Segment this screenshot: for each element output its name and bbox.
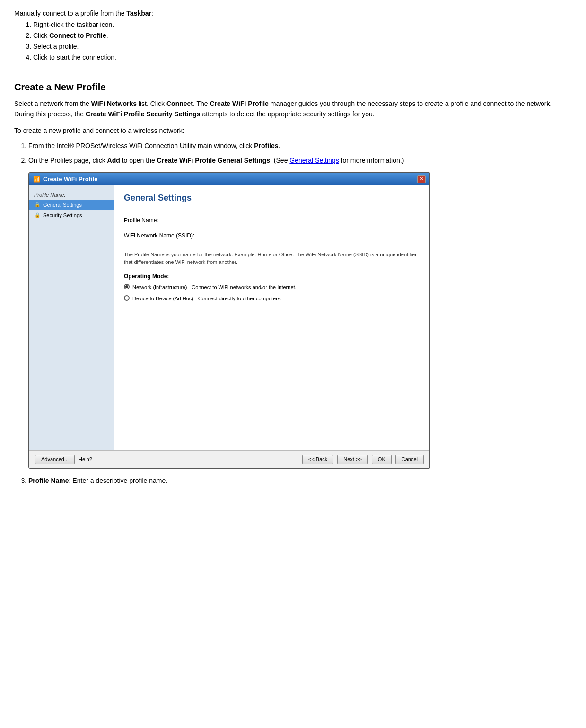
radio-adhoc-label: Device to Device (Ad Hoc) - Connect dire…: [132, 295, 281, 303]
sidebar-security-settings-label: Security Settings: [43, 212, 82, 218]
dialog-screenshot: 📶 Create WiFi Profile ✕ Profile Name: 🔒 …: [28, 172, 430, 469]
lock-icon-2: 🔒: [34, 212, 41, 219]
taskbar-step-1: Right-click the taskbar icon.: [33, 20, 572, 30]
dialog-main-title: General Settings: [124, 193, 420, 206]
to-create-text: To create a new profile and connect to a…: [14, 125, 572, 136]
taskbar-steps-list: Right-click the taskbar icon. Click Conn…: [33, 20, 572, 62]
dialog-main-content: General Settings Profile Name: WiFi Netw…: [114, 185, 429, 450]
radio-adhoc[interactable]: Device to Device (Ad Hoc) - Connect dire…: [124, 295, 420, 303]
intro-bold: Taskbar: [126, 9, 151, 17]
dialog-close-button[interactable]: ✕: [417, 175, 426, 183]
dialog-titlebar-left: 📶 Create WiFi Profile: [33, 175, 97, 183]
radio-infrastructure-circle[interactable]: [124, 284, 130, 289]
profile-name-input[interactable]: [219, 216, 294, 225]
cancel-button[interactable]: Cancel: [395, 455, 424, 464]
taskbar-step-3: Select a profile.: [33, 42, 572, 52]
sidebar-profile-name-label: Profile Name:: [29, 190, 114, 200]
intro-text: Manually connect to a profile from the: [14, 9, 126, 17]
sidebar-security-settings[interactable]: 🔒 Security Settings: [29, 210, 114, 220]
general-settings-link[interactable]: General Settings: [289, 157, 339, 164]
section-divider: [14, 71, 572, 71]
create-profile-steps: From the Intel® PROSet/Wireless WiFi Con…: [28, 140, 572, 166]
profile-name-label: Profile Name:: [124, 217, 219, 224]
wifi-icon: 📶: [33, 176, 40, 183]
create-step-1: From the Intel® PROSet/Wireless WiFi Con…: [28, 140, 572, 151]
taskbar-step-4: Click to start the connection.: [33, 53, 572, 62]
intro-colon: :: [151, 9, 153, 17]
dialog-footer: Advanced... Help? << Back Next >> OK Can…: [29, 450, 429, 468]
profile-name-row: Profile Name:: [124, 216, 420, 225]
sidebar-general-settings[interactable]: 🔒 General Settings: [29, 200, 114, 210]
sidebar-general-settings-label: General Settings: [43, 202, 82, 208]
section-description: Select a network from the WiFi Networks …: [14, 98, 572, 120]
help-text: Help?: [79, 456, 92, 462]
radio-infrastructure-label: Network (Infrastructure) - Connect to Wi…: [132, 283, 297, 291]
radio-adhoc-circle[interactable]: [124, 295, 130, 301]
advanced-button[interactable]: Advanced...: [35, 455, 75, 464]
section-title: Create a New Profile: [14, 82, 572, 93]
step3-list: Profile Name: Enter a descriptive profil…: [28, 475, 572, 486]
ok-button[interactable]: OK: [372, 455, 392, 464]
dialog-title: Create WiFi Profile: [43, 175, 97, 183]
create-step-2: On the Profiles page, click Add to open …: [28, 155, 572, 166]
step3-bold: Profile Name: [28, 477, 69, 484]
form-description: The Profile Name is your name for the ne…: [124, 251, 420, 266]
dialog-body: Profile Name: 🔒 General Settings 🔒 Secur…: [29, 185, 429, 450]
ssid-row: WiFi Network Name (SSID):: [124, 231, 420, 240]
lock-icon: 🔒: [34, 202, 41, 208]
back-button[interactable]: << Back: [302, 455, 333, 464]
intro-paragraph: Manually connect to a profile from the T…: [14, 9, 572, 17]
ssid-input[interactable]: [219, 231, 294, 240]
dialog-sidebar: Profile Name: 🔒 General Settings 🔒 Secur…: [29, 185, 114, 450]
dialog-titlebar: 📶 Create WiFi Profile ✕: [29, 173, 429, 185]
next-button[interactable]: Next >>: [337, 455, 368, 464]
radio-infrastructure[interactable]: Network (Infrastructure) - Connect to Wi…: [124, 283, 420, 291]
operating-mode-label: Operating Mode:: [124, 273, 420, 280]
step3-item: Profile Name: Enter a descriptive profil…: [28, 475, 572, 486]
step3-text: : Enter a descriptive profile name.: [69, 477, 168, 484]
ssid-label: WiFi Network Name (SSID):: [124, 232, 219, 239]
taskbar-step-2: Click Connect to Profile.: [33, 31, 572, 41]
